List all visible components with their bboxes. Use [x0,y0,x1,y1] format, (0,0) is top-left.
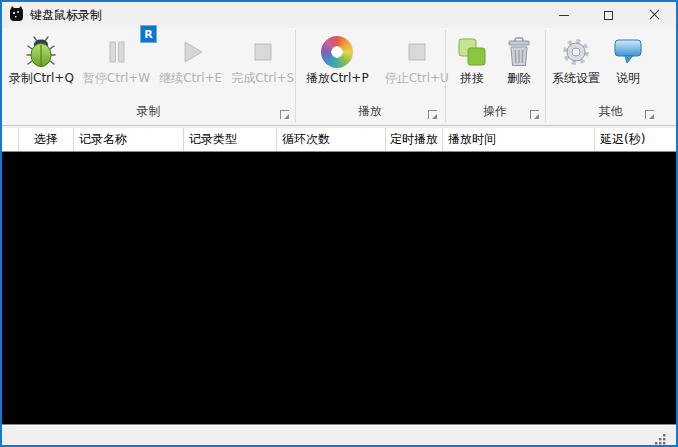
gear-icon [560,36,592,68]
keytip-badge: R [140,25,157,43]
stop-icon [247,36,279,68]
system-settings-button-label: 系统设置 [552,71,600,85]
maximize-button[interactable] [586,2,631,28]
dialog-launcher-icon[interactable] [645,110,654,119]
column-header-delay-seconds[interactable]: 延迟(秒) [595,128,676,151]
app-bug-icon [8,6,25,23]
system-settings-button[interactable]: 系统设置 [549,34,603,87]
dialog-launcher-icon[interactable] [428,110,437,119]
record-button-label: 录制Ctrl+Q [9,71,74,85]
ribbon-toolbar: 录制Ctrl+Q 暂停Ctrl+W [2,28,676,126]
stop-icon [401,36,433,68]
resume-button[interactable]: 继续Ctrl+E [156,34,225,87]
merge-button-label: 拼接 [460,71,484,85]
delete-button-label: 删除 [507,71,531,85]
minimize-icon [559,15,569,16]
maximize-icon [604,11,613,20]
merge-squares-icon [456,36,488,68]
trash-icon [503,36,535,68]
record-list-body[interactable] [2,152,676,425]
column-header-record-type[interactable]: 记录类型 [184,128,277,151]
delete-button[interactable]: 删除 [497,34,541,87]
pause-icon [101,36,133,68]
stop-button[interactable]: 停止Ctrl+U [382,34,452,87]
merge-button[interactable]: 拼接 [450,34,494,87]
help-button-label: 说明 [616,71,640,85]
statusbar [2,426,676,445]
play-icon [175,36,207,68]
ribbon-group-other: 系统设置 说明 其他 [545,28,676,125]
column-header-loop-count[interactable]: 循环次数 [277,128,386,151]
play-button-label: 播放Ctrl+P [306,71,369,85]
window-controls [541,2,676,28]
play-button[interactable]: 播放Ctrl+P [303,34,372,87]
column-header-timed-play[interactable]: 定时播放 [386,128,443,151]
stop-button-label: 停止Ctrl+U [385,71,449,85]
finish-button-label: 完成Ctrl+S [231,71,294,85]
column-header-select[interactable]: 选择 [19,128,74,151]
minimize-button[interactable] [541,2,586,28]
pause-button-label: 暂停Ctrl+W [83,71,150,85]
finish-button[interactable]: 完成Ctrl+S [228,34,297,87]
group-label-other: 其他 [545,103,676,120]
resize-grip[interactable] [654,430,666,442]
ribbon-group-operations: 拼接 [445,28,545,125]
column-header-play-time[interactable]: 播放时间 [443,128,595,151]
speech-bubble-icon [612,36,644,68]
group-label-record: 录制 [2,103,295,120]
help-button[interactable]: 说明 [606,34,650,87]
close-button[interactable] [631,2,676,28]
close-icon [649,10,659,20]
dialog-launcher-icon[interactable] [530,110,539,119]
color-wheel-icon [321,36,353,68]
window-title: 键盘鼠标录制 [30,7,102,24]
group-label-playback: 播放 [295,103,445,120]
resume-button-label: 继续Ctrl+E [159,71,222,85]
list-header: 选择 记录名称 记录类型 循环次数 定时播放 播放时间 延迟(秒) [2,126,676,152]
ribbon-group-playback: 播放Ctrl+P 停止Ctrl+U 播放 [295,28,445,125]
record-button[interactable]: 录制Ctrl+Q [6,34,77,87]
bug-record-icon [25,36,57,68]
dialog-launcher-icon[interactable] [280,110,289,119]
app-window: 键盘鼠标录制 [0,0,678,447]
column-header-record-name[interactable]: 记录名称 [74,128,184,151]
column-header-blank[interactable] [2,128,19,151]
titlebar[interactable]: 键盘鼠标录制 [2,2,676,28]
